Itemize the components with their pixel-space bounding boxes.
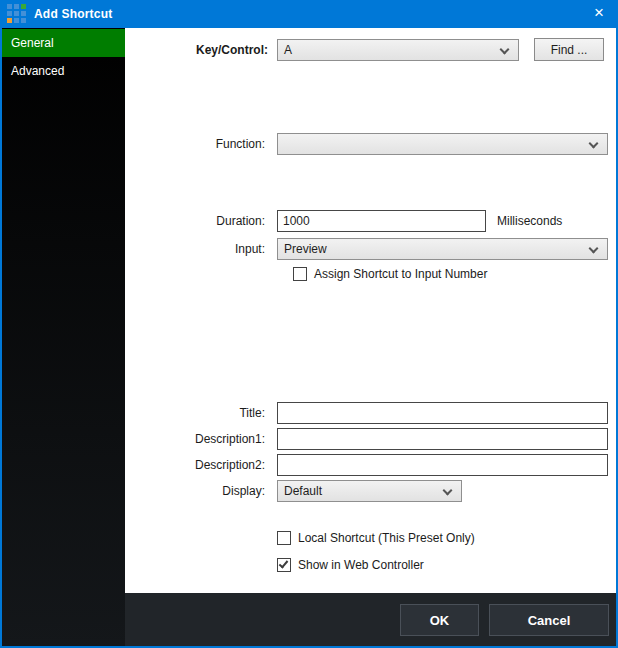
cancel-button[interactable]: Cancel — [489, 604, 609, 636]
function-combobox[interactable] — [277, 133, 608, 155]
display-value: Default — [284, 481, 322, 501]
milliseconds-label: Milliseconds — [497, 210, 562, 232]
check-icon — [279, 558, 289, 568]
input-combobox[interactable]: Preview — [277, 238, 608, 260]
description2-label: Description2: — [130, 454, 265, 476]
assign-shortcut-label: Assign Shortcut to Input Number — [314, 266, 487, 282]
window-title: Add Shortcut — [34, 0, 112, 28]
checkbox-box — [293, 267, 307, 281]
chevron-down-icon — [589, 244, 599, 254]
assign-shortcut-checkbox[interactable]: Assign Shortcut to Input Number — [293, 267, 553, 282]
find-button[interactable]: Find ... — [534, 38, 604, 61]
web-controller-checkbox[interactable]: Show in Web Controller — [277, 558, 537, 573]
tab-advanced[interactable]: Advanced — [2, 57, 125, 85]
chevron-down-icon — [500, 45, 510, 55]
title-label: Title: — [130, 402, 265, 424]
footer-bar: OK Cancel — [125, 593, 616, 646]
input-label: Input: — [130, 238, 265, 260]
key-control-combobox[interactable]: A — [277, 39, 519, 61]
sidebar: General Advanced — [2, 28, 125, 646]
app-icon-cell — [7, 18, 12, 23]
key-control-value: A — [284, 40, 292, 60]
add-shortcut-dialog: Add Shortcut × General Advanced Key/Cont… — [0, 0, 618, 648]
local-shortcut-checkbox[interactable]: Local Shortcut (This Preset Only) — [277, 531, 537, 546]
local-shortcut-label: Local Shortcut (This Preset Only) — [298, 530, 475, 546]
app-icon-cell — [14, 11, 19, 16]
app-icon-cell — [14, 4, 19, 9]
description2-input[interactable] — [277, 454, 608, 476]
app-icon — [7, 4, 26, 23]
app-icon-cell — [7, 4, 12, 9]
key-control-label: Key/Control: — [130, 39, 268, 61]
input-value: Preview — [284, 239, 327, 259]
ok-button[interactable]: OK — [400, 604, 479, 636]
display-label: Display: — [130, 480, 265, 502]
chevron-down-icon — [443, 486, 453, 496]
function-label: Function: — [130, 133, 265, 155]
description1-label: Description1: — [130, 428, 265, 450]
checkbox-box — [277, 531, 291, 545]
close-icon[interactable]: × — [582, 0, 616, 28]
duration-input[interactable] — [277, 210, 486, 232]
web-controller-label: Show in Web Controller — [298, 557, 424, 573]
app-icon-cell — [21, 11, 26, 16]
tab-general[interactable]: General — [2, 29, 125, 57]
form-panel — [125, 28, 616, 593]
duration-label: Duration: — [130, 210, 265, 232]
description1-input[interactable] — [277, 428, 608, 450]
chevron-down-icon — [589, 139, 599, 149]
display-combobox[interactable]: Default — [277, 480, 462, 502]
app-icon-cell — [21, 18, 26, 23]
titlebar: Add Shortcut × — [0, 0, 618, 28]
app-icon-cell — [21, 4, 26, 9]
title-input[interactable] — [277, 402, 608, 424]
checkbox-box — [277, 558, 291, 572]
app-icon-cell — [7, 11, 12, 16]
app-icon-cell — [14, 18, 19, 23]
